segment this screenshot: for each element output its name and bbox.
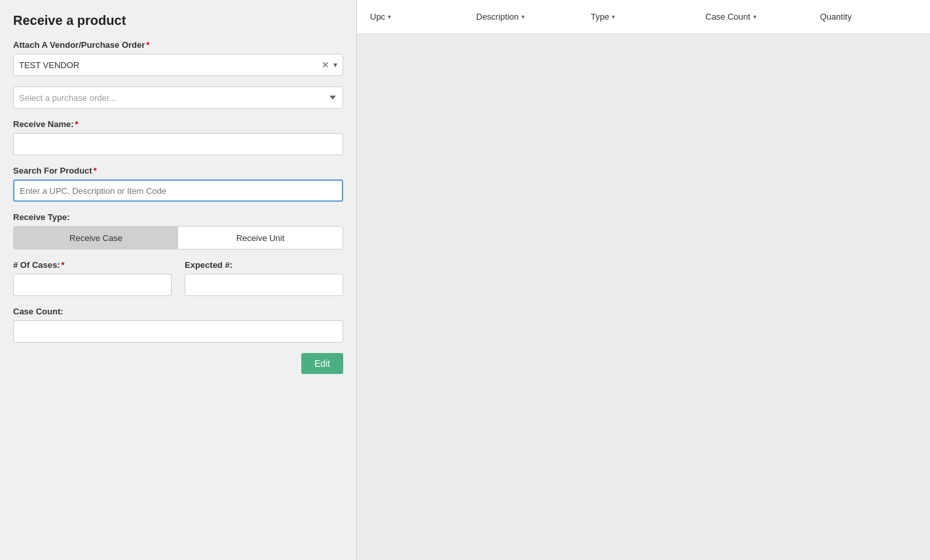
purchase-order-field-group: Select a purchase order...	[13, 86, 343, 109]
type-sort-icon: ▾	[612, 13, 615, 20]
search-product-label: Search For Product*	[13, 166, 343, 176]
receive-case-button[interactable]: Receive Case	[14, 227, 178, 249]
expected-num-label: Expected #:	[185, 260, 343, 270]
search-product-field-group: Search For Product*	[13, 166, 343, 202]
expected-num-input[interactable]	[185, 274, 343, 296]
num-cases-field: # Of Cases:*	[13, 260, 172, 296]
vendor-required-star: *	[146, 40, 149, 50]
receive-name-input[interactable]	[13, 133, 343, 155]
vendor-field-group: Attach A Vendor/Purchase Order* TEST VEN…	[13, 40, 343, 76]
receive-name-label: Receive Name:*	[13, 119, 343, 129]
vendor-label: Attach A Vendor/Purchase Order*	[13, 40, 343, 50]
num-cases-input[interactable]	[13, 274, 172, 296]
vendor-clear-button[interactable]: ✕	[322, 60, 329, 70]
table-body	[357, 34, 930, 560]
cases-row: # Of Cases:* Expected #:	[13, 260, 343, 296]
vendor-selected-value: TEST VENDOR	[19, 60, 322, 70]
left-panel: Receive a product Attach A Vendor/Purcha…	[0, 0, 357, 560]
receive-type-field-group: Receive Type: Receive Case Receive Unit	[13, 212, 343, 250]
edit-button[interactable]: Edit	[301, 353, 343, 374]
table-header: Upc ▾ Description ▾ Type ▾ Case Count ▾ …	[357, 0, 930, 34]
page-title: Receive a product	[13, 13, 343, 28]
vendor-dropdown-arrow-icon[interactable]: ▾	[333, 60, 337, 69]
search-required-star: *	[94, 166, 97, 176]
case-count-input[interactable]	[13, 320, 343, 343]
right-panel: Upc ▾ Description ▾ Type ▾ Case Count ▾ …	[357, 0, 930, 560]
upc-sort-icon: ▾	[388, 13, 391, 20]
receive-name-field-group: Receive Name:*	[13, 119, 343, 155]
col-header-description[interactable]: Description ▾	[476, 12, 591, 22]
description-sort-icon: ▾	[521, 13, 525, 20]
col-header-case-count[interactable]: Case Count ▾	[705, 12, 820, 22]
case-count-sort-icon: ▾	[753, 13, 756, 20]
receive-unit-button[interactable]: Receive Unit	[178, 227, 343, 249]
purchase-order-select[interactable]: Select a purchase order...	[13, 86, 343, 109]
receive-name-required-star: *	[75, 119, 79, 129]
vendor-select-wrapper[interactable]: TEST VENDOR ✕ ▾	[13, 54, 343, 76]
num-cases-label: # Of Cases:*	[13, 260, 172, 270]
case-count-label: Case Count:	[13, 307, 343, 316]
receive-type-label: Receive Type:	[13, 212, 343, 222]
receive-type-toggle: Receive Case Receive Unit	[13, 226, 343, 250]
expected-num-field: Expected #:	[185, 260, 343, 296]
num-cases-required-star: *	[62, 260, 65, 270]
col-header-upc[interactable]: Upc ▾	[363, 12, 476, 22]
col-header-quantity[interactable]: Quantity	[820, 12, 923, 22]
search-product-input[interactable]	[13, 179, 343, 202]
case-count-field-group: Case Count:	[13, 307, 343, 343]
col-header-type[interactable]: Type ▾	[591, 12, 705, 22]
